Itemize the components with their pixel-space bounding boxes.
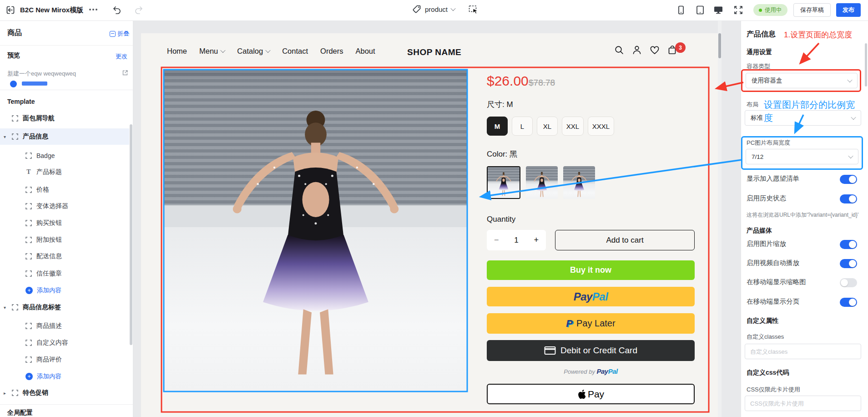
nav-home[interactable]: Home <box>167 47 187 56</box>
redo-icon[interactable] <box>134 5 144 15</box>
color-swatch[interactable] <box>563 166 595 199</box>
exit-editor-icon[interactable] <box>5 5 15 15</box>
add-content-button[interactable]: + 添加内容 <box>0 282 129 299</box>
more-menu-icon[interactable] <box>89 9 97 10</box>
paypal-pay-later-button[interactable]: P Pay Later <box>487 313 695 334</box>
annotation-blue-note: 设置图片部分的比例宽度 <box>764 98 857 125</box>
container-type-select[interactable]: 使用容器盒 <box>746 73 858 88</box>
sidebar-item-breadcrumb[interactable]: 面包屑导航 <box>0 110 129 127</box>
quantity-value: 1 <box>514 236 518 245</box>
sidebar-item-trust-badge[interactable]: 信任徽章 <box>0 265 129 282</box>
sidebar-item-label: 价格 <box>36 186 49 194</box>
sidebar-item-featured-promo[interactable]: ▸ 特色促销 <box>0 385 129 401</box>
mobile-thumbs-toggle[interactable] <box>840 278 857 287</box>
preview-heading: 预览 <box>7 51 20 60</box>
mobile-pagination-toggle[interactable] <box>840 298 857 307</box>
wishlist-heart-icon[interactable] <box>650 45 660 55</box>
caret-down-icon[interactable]: ▾ <box>4 134 6 139</box>
history-toggle-label: 启用历史状态 <box>747 194 786 203</box>
sidebar-item-price[interactable]: 价格 <box>0 182 129 198</box>
history-toggle[interactable] <box>840 194 857 203</box>
caret-down-icon[interactable]: ▾ <box>4 305 6 310</box>
nav-catalog[interactable]: Catalog <box>237 47 270 56</box>
nav-menu[interactable]: Menu <box>199 47 225 56</box>
open-external-icon[interactable] <box>122 70 128 76</box>
buy-it-now-button[interactable]: Buy it now <box>487 260 695 280</box>
size-button-l[interactable]: L <box>512 117 533 136</box>
global-config-heading[interactable]: 全局配置 <box>7 409 33 417</box>
status-dot-icon <box>759 9 762 12</box>
collapse-all-button[interactable]: 折叠 <box>110 30 129 38</box>
clipped-list-item <box>7 80 107 89</box>
search-icon[interactable] <box>614 45 624 55</box>
sidebar-item-buy-buttons[interactable]: 购买按钮 <box>0 215 129 231</box>
sidebar-scrollbar[interactable] <box>130 124 132 345</box>
nav-orders[interactable]: Orders <box>320 47 343 56</box>
quantity-plus-button[interactable]: + <box>534 235 539 245</box>
fullscreen-icon[interactable] <box>733 5 743 15</box>
sidebar-item-product-tabs[interactable]: ▾ 商品信息标签 <box>0 299 129 315</box>
sidebar-item-product-title[interactable]: T 产品标题 <box>0 164 129 180</box>
size-button-m[interactable]: M <box>487 117 508 136</box>
image-zoom-toggle[interactable] <box>840 240 857 249</box>
color-swatch[interactable] <box>526 166 558 199</box>
component-icon <box>25 187 32 193</box>
canvas-scrollbar-track[interactable] <box>718 20 722 417</box>
sidebar-item-product-reviews[interactable]: 商品评价 <box>0 351 129 368</box>
swatch-image <box>495 171 513 197</box>
sidebar-title: 商品 <box>7 28 22 38</box>
add-content-button[interactable]: + 添加内容 <box>0 368 129 385</box>
undo-icon[interactable] <box>112 5 122 15</box>
sidebar-item-badge[interactable]: Badge <box>0 147 129 164</box>
page-selector[interactable]: product <box>412 5 455 14</box>
component-icon <box>25 270 32 277</box>
sidebar-item-shipping-info[interactable]: 配送信息 <box>0 248 129 264</box>
marquee-select-icon[interactable] <box>469 5 479 15</box>
sidebar-item-product-description[interactable]: 商品描述 <box>0 318 129 334</box>
debit-credit-card-button[interactable]: Debit or Credit Card <box>487 340 695 361</box>
credit-card-icon <box>544 346 556 355</box>
desktop-preview-icon[interactable] <box>713 5 723 15</box>
powered-by-paypal: Powered by PayPal <box>487 367 695 375</box>
publish-button[interactable]: 发布 <box>836 3 861 17</box>
custom-classes-input[interactable] <box>745 344 861 359</box>
product-image[interactable] <box>164 70 467 392</box>
cart-count-badge: 3 <box>675 42 686 53</box>
custom-css-input[interactable] <box>745 396 861 411</box>
size-button-xxl[interactable]: XXL <box>562 117 584 136</box>
page-selector-label: product <box>425 5 448 13</box>
save-draft-button[interactable]: 保存草稿 <box>793 3 831 17</box>
sidebar-item-extra-buttons[interactable]: 附加按钮 <box>0 232 129 248</box>
sidebar-item-product-info[interactable]: ▾ 产品信息 <box>0 128 129 145</box>
layers-sidebar: 商品 折叠 预览 更改 新建一个eqw weqweqweq Template 面… <box>0 20 133 417</box>
size-button-xl[interactable]: XL <box>537 117 558 136</box>
size-button-xxxl[interactable]: XXXL <box>588 117 614 136</box>
sidebar-item-variant-picker[interactable]: 变体选择器 <box>0 198 129 214</box>
variant-url-hint: 这将在浏览器URL中添加'?variant={variant_id}' <box>747 211 858 219</box>
add-content-label: 添加内容 <box>37 372 61 381</box>
pc-image-width-select[interactable]: 7/12 <box>746 149 858 164</box>
quantity-minus-button[interactable]: − <box>494 235 499 245</box>
color-swatch-list <box>487 166 595 199</box>
sidebar-item-label: 特色促销 <box>23 389 48 397</box>
caret-right-icon[interactable]: ▸ <box>4 391 6 396</box>
change-preview-link[interactable]: 更改 <box>116 52 127 61</box>
nav-contact[interactable]: Contact <box>282 47 308 56</box>
apple-pay-button[interactable]: Pay <box>487 384 695 404</box>
annotation-red-note: 1.设置页面的总宽度 <box>784 30 852 40</box>
chevron-down-icon <box>450 6 455 11</box>
account-icon[interactable] <box>632 45 642 55</box>
video-autoplay-toggle[interactable] <box>840 259 857 268</box>
sidebar-item-label: 变体选择器 <box>36 202 68 210</box>
add-to-cart-button[interactable]: Add to cart <box>555 230 695 250</box>
panel-scrollbar[interactable] <box>865 43 867 86</box>
color-swatch-selected[interactable] <box>487 166 520 199</box>
paypal-button[interactable]: PayPal <box>487 287 695 306</box>
mobile-preview-icon[interactable] <box>676 5 686 15</box>
component-icon <box>25 340 32 346</box>
sidebar-item-custom-content[interactable]: 自定义内容 <box>0 335 129 351</box>
tablet-preview-icon[interactable] <box>695 5 705 15</box>
wishlist-toggle[interactable] <box>840 175 857 184</box>
nav-about[interactable]: About <box>355 47 375 56</box>
canvas-scrollbar-thumb[interactable] <box>718 33 721 58</box>
